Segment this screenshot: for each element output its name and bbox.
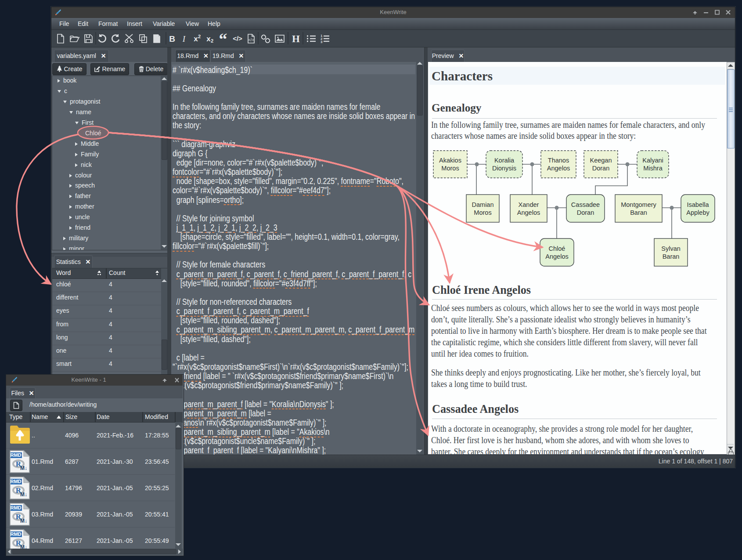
svg-text:Kalyani: Kalyani	[642, 157, 663, 164]
svg-text:RMD: RMD	[10, 505, 21, 510]
svg-text:2: 2	[198, 34, 201, 39]
svg-text:Baran: Baran	[630, 209, 647, 216]
svg-text:Damian: Damian	[472, 201, 494, 208]
svg-text:Thanos: Thanos	[548, 157, 569, 164]
svg-text:Xander: Xander	[519, 201, 539, 208]
svg-text:Koralia: Koralia	[494, 157, 515, 164]
svg-text:Keegan: Keegan	[590, 157, 612, 164]
svg-text:Doran: Doran	[577, 209, 594, 216]
svg-text:Chloé: Chloé	[549, 245, 566, 252]
svg-text:x: x	[206, 35, 211, 43]
svg-text:Moros: Moros	[474, 209, 491, 216]
svg-text:3: 3	[321, 40, 323, 44]
svg-text:B: B	[169, 34, 175, 43]
svg-text:Angelos: Angelos	[517, 209, 540, 216]
svg-text:</>: </>	[248, 38, 254, 42]
svg-text:M↓: M↓	[20, 491, 27, 498]
svg-text:Sylvan: Sylvan	[661, 245, 681, 252]
svg-text:</>: </>	[233, 35, 242, 42]
svg-text:Montgomery: Montgomery	[621, 201, 656, 208]
svg-text:H: H	[292, 33, 300, 44]
svg-text:RMD: RMD	[10, 531, 21, 537]
svg-text:Angelos: Angelos	[547, 165, 570, 172]
svg-text:Baran: Baran	[663, 253, 680, 260]
svg-text:Moros: Moros	[441, 165, 459, 172]
svg-text:RMD: RMD	[10, 452, 21, 458]
svg-text:x: x	[194, 35, 198, 43]
svg-text:Mishra: Mishra	[643, 165, 663, 172]
svg-text:I: I	[182, 34, 186, 43]
svg-text:Doran: Doran	[592, 165, 610, 172]
svg-text:Angelos: Angelos	[545, 253, 568, 260]
svg-text:2: 2	[211, 38, 213, 43]
svg-text:M↓: M↓	[20, 465, 27, 471]
svg-text:Cassadee: Cassadee	[571, 201, 600, 208]
svg-text:Appleby: Appleby	[686, 209, 710, 216]
svg-text:RMD: RMD	[10, 479, 21, 484]
svg-text:Isabella: Isabella	[687, 201, 710, 208]
svg-text:“: “	[219, 30, 227, 47]
svg-text:Dionysis: Dionysis	[492, 165, 516, 172]
svg-text:Akakios: Akakios	[439, 157, 461, 164]
svg-text:M↓: M↓	[20, 518, 27, 524]
